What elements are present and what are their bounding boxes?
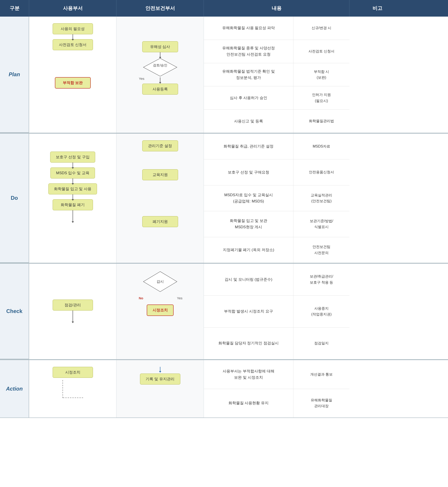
action-content-row-0: 사용부서는 부적합사항에 대해보완 및 시정조치 개선결과 통보	[204, 360, 349, 389]
header-col3: 안전보건부서	[116, 0, 204, 17]
no-label: No	[139, 296, 143, 300]
check-box-correction: 시정조치	[147, 305, 174, 316]
svg-marker-0	[143, 58, 177, 76]
plan-section: Plan 사용의 필요성 사전검토 신청서 부적합 보완	[0, 17, 448, 133]
action-dashed-wrapper	[63, 380, 83, 398]
action-box-records: 기록 및 유지관리	[140, 373, 180, 385]
do-arrow-1	[72, 163, 73, 167]
do-box-wastesupport: 폐기지원	[142, 216, 178, 227]
action-note-0: 개선결과 통보	[293, 360, 349, 389]
action-user-col: 시정조치	[29, 360, 116, 418]
check-note-0: 보관/취급관리/보호구 착용 등	[293, 264, 349, 295]
action-content-0: 사용부서는 부적합사항에 대해보완 및 시정조치	[204, 360, 293, 389]
do-content-4: 지정폐기물 폐기 (옥외 저장소)	[204, 237, 293, 263]
action-dashed-v	[63, 380, 63, 398]
do-arrow-2	[72, 179, 73, 183]
do-note-0: MSDS자료	[293, 134, 349, 159]
plan-box-register: 사용등록	[142, 84, 178, 95]
plan-content-row-2: 유해화학물질 법적기준 확인 및정보분석, 평가 부적합 시(보완)	[204, 63, 349, 87]
yes-label-area	[160, 77, 160, 82]
plan-box-inadequate: 부적합 보완	[55, 77, 91, 89]
check-branch-labels: No Yes	[138, 296, 183, 300]
do-arrow-3	[72, 194, 73, 199]
plan-safety-col: 유해성 심사 검토/승인 Yes	[116, 17, 204, 133]
header-col2: 사용부서	[29, 0, 116, 17]
plan-diamond-wrapper: 검토/승인	[142, 57, 178, 77]
do-box-waste: 화학물질 폐기	[53, 199, 93, 210]
check-right: 감시 및 모니터링 (법규준수) 보관/취급관리/보호구 착용 등 부적합 발생…	[204, 264, 349, 359]
plan-note-1: 사전검토 신청서	[293, 40, 349, 63]
check-diamond-svg: 감시	[142, 270, 178, 293]
check-content-row-0: 감시 및 모니터링 (법규준수) 보관/취급관리/보호구 착용 등	[204, 264, 349, 296]
yes-arrow	[160, 77, 160, 82]
plan-label: Plan	[0, 17, 29, 133]
do-right: 화학물질 취급, 관리기준 설정 MSDS자료 보호구 선정 및 구매요청 안전…	[204, 134, 349, 263]
do-content-0: 화학물질 취급, 관리기준 설정	[204, 134, 293, 159]
check-note-2: 점검일지	[293, 328, 349, 359]
check-content-row-1: 부적합 발생시 시정조치 요구 사용중지(작업중지권)	[204, 296, 349, 327]
do-content-row-2: MSDS자료 입수 및 교육실시(공급업체: MSDS) 교육실적관리(안전보건…	[204, 185, 349, 211]
do-content-3: 화학물질 입고 및 보관MSDS현장 게시	[204, 211, 293, 237]
action-box-correction: 시정조치	[53, 367, 93, 378]
check-content-note: 감시 및 모니터링 (법규준수) 보관/취급관리/보호구 착용 등 부적합 발생…	[204, 264, 349, 359]
action-note-1: 유해화학물질관리대장	[293, 389, 349, 418]
plan-content-2: 유해화학물질 법적기준 확인 및정보분석, 평가	[204, 63, 293, 86]
check-box-inspection: 점검/관리	[53, 300, 93, 311]
do-box-edusupport: 교육지원	[142, 169, 178, 180]
check-content-0: 감시 및 모니터링 (법규준수)	[204, 264, 293, 295]
plan-box-hazard: 유해성 심사	[142, 41, 178, 52]
plan-content-row-4: 사용신고 및 등록 화학물질관리법	[204, 110, 349, 133]
svg-text:감시: 감시	[157, 280, 164, 283]
plan-content-row-3: 심사 후 사용허가 승인 인허가 지원(필요시)	[204, 86, 349, 110]
check-content-row-2: 화학물질 담당자 정기적인 점검실시 점검일지	[204, 328, 349, 359]
check-section: Check 점검/관리 감시 No Yes	[0, 263, 448, 360]
do-user-col: 보호구 선정 및 구입 MSDS 입수 및 교육 화학물질 입고 및 사용 화학…	[29, 134, 116, 263]
do-content-1: 보호구 선정 및 구매요청	[204, 159, 293, 185]
main-table: 구분 사용부서 안전보건부서 내용 비고 Plan 사용의 필요성 사전검토 신…	[0, 0, 448, 487]
do-label: Do	[0, 134, 29, 263]
do-note-3: 보관기준/방법/식별표시	[293, 211, 349, 237]
do-content-2: MSDS자료 입수 및 교육실시(공급업체: MSDS)	[204, 185, 293, 211]
do-box-mgmtstandard: 관리기준 설정	[142, 140, 178, 151]
arrow-down-1	[72, 34, 73, 39]
plan-note-2: 부적합 시(보완)	[293, 63, 349, 86]
do-content-row-0: 화학물질 취급, 관리기준 설정 MSDS자료	[204, 134, 349, 159]
arrow-down-2	[160, 52, 160, 57]
check-safety-col: 감시 No Yes 시정조치	[116, 264, 204, 359]
do-note-1: 안전용품신청서	[293, 159, 349, 185]
do-safety-col: 관리기준 설정 교육지원 폐기지원	[116, 134, 204, 263]
do-content-row-1: 보호구 선정 및 구매요청 안전용품신청서	[204, 159, 349, 185]
header-col1: 구분	[0, 0, 29, 17]
plan-content-1: 유해화학물질 종류 및 사양선정안전보건팀 사전검토 요청	[204, 40, 293, 63]
check-note-1: 사용중지(작업중지권)	[293, 296, 349, 327]
header-row: 구분 사용부서 안전보건부서 내용 비고	[0, 0, 448, 17]
action-right: 사용부서는 부적합사항에 대해보완 및 시정조치 개선결과 통보 화학물질 사용…	[204, 360, 349, 418]
svg-text:검토/승인: 검토/승인	[153, 63, 167, 67]
check-content-2: 화학물질 담당자 정기적인 점검실시	[204, 328, 293, 359]
action-arrow-from-check	[160, 367, 160, 371]
plan-content-3: 심사 후 사용허가 승인	[204, 86, 293, 109]
plan-content-row-1: 유해화학물질 종류 및 사양선정안전보건팀 사전검토 요청 사전검토 신청서	[204, 40, 349, 63]
action-content-row-1: 화학물질 사용현황 유지 유해화학물질관리대장	[204, 389, 349, 418]
plan-diamond-svg: 검토/승인	[142, 57, 178, 77]
check-arrow-down	[72, 311, 73, 322]
do-note-2: 교육실적관리(안전보건팀)	[293, 185, 349, 211]
plan-note-0: 신규/변경 시	[293, 17, 349, 40]
do-box-chemical-in: 화학물질 입고 및 사용	[48, 183, 97, 194]
plan-note-4: 화학물질관리법	[293, 110, 349, 133]
action-label: Action	[0, 360, 29, 418]
check-user-col: 점검/관리	[29, 264, 116, 359]
do-content-row-4: 지정폐기물 폐기 (옥외 저장소) 안전보건팀사전문의	[204, 237, 349, 263]
plan-note-3: 인허가 지원(필요시)	[293, 86, 349, 109]
action-safety-col: 기록 및 유지관리	[116, 360, 204, 418]
check-diamond-wrapper: 감시	[142, 270, 178, 293]
plan-box-prereview: 사전검토 신청서	[53, 39, 93, 50]
plan-user-col: 사용의 필요성 사전검토 신청서 부적합 보완	[29, 17, 116, 133]
do-box-ppe: 보호구 선정 및 구입	[50, 152, 95, 163]
plan-content-note: 유해화학물질 사용 필요성 파악 신규/변경 시 유해화학물질 종류 및 사양선…	[204, 17, 349, 133]
plan-content-4: 사용신고 및 등록	[204, 110, 293, 133]
action-content-1: 화학물질 사용현황 유지	[204, 389, 293, 418]
header-col5: 비고	[349, 0, 405, 17]
plan-content-0: 유해화학물질 사용 필요성 파악	[204, 17, 293, 40]
do-note-4: 안전보건팀사전문의	[293, 237, 349, 263]
